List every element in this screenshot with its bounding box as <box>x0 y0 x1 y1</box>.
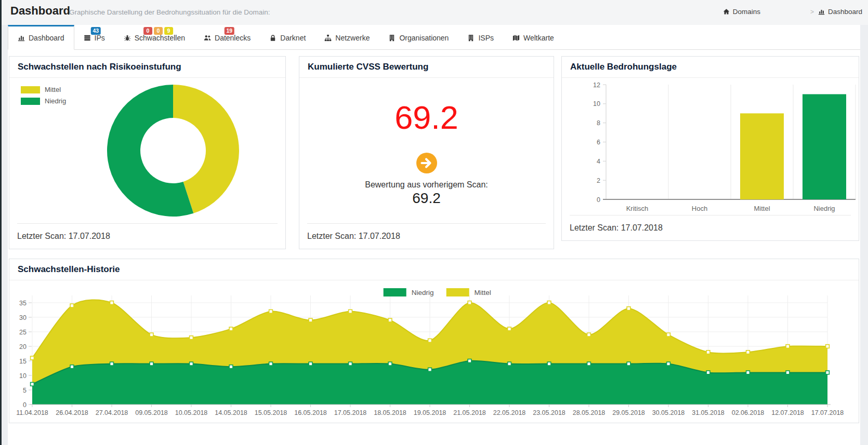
svg-text:4: 4 <box>597 158 600 165</box>
tab-label: IPs <box>95 34 105 42</box>
svg-text:15.05.2018: 15.05.2018 <box>255 409 287 416</box>
count-badge: 0 <box>154 27 163 35</box>
count-badge: 19 <box>224 27 234 35</box>
tab-darknet[interactable]: Darknet <box>260 25 315 49</box>
bar-chart-icon <box>818 8 825 15</box>
svg-text:6: 6 <box>597 139 600 146</box>
breadcrumb-label: Dashboard <box>828 8 862 16</box>
tab-label: Organisationen <box>399 34 449 42</box>
tab-isps[interactable]: ISPs <box>458 25 503 49</box>
svg-text:02.06.2018: 02.06.2018 <box>732 409 765 416</box>
svg-text:26.04.2018: 26.04.2018 <box>56 409 88 416</box>
legend-item-niedrig[interactable]: Niedrig <box>21 97 66 105</box>
svg-text:Mittel: Mittel <box>754 205 770 212</box>
tab-schwachstellen[interactable]: 009Schwachstellen <box>114 25 194 49</box>
breadcrumb-separator: > <box>810 8 814 16</box>
count-badge: 0 <box>143 27 152 35</box>
breadcrumb-item-dashboard[interactable]: Dashboard <box>818 8 862 16</box>
legend-item-niedrig[interactable]: Niedrig <box>384 288 434 296</box>
svg-text:22.05.2018: 22.05.2018 <box>493 409 526 416</box>
tab-netzwerke[interactable]: Netzwerke <box>315 25 379 49</box>
legend-swatch <box>384 288 406 296</box>
cvss-prev-label: Bewertung aus vorherigem Scan: <box>365 180 488 190</box>
card-cvss-score: Kumulierte CVSS Bewertung 69.2 Bewertung… <box>299 56 554 249</box>
legend-label: Niedrig <box>412 289 434 296</box>
svg-text:17.07.2018: 17.07.2018 <box>811 409 844 416</box>
legend-label: Mittel <box>474 289 491 296</box>
page-title: Dashboard <box>10 4 70 18</box>
tab-weltkarte[interactable]: Weltkarte <box>503 25 563 49</box>
tab-ips[interactable]: 43IPs <box>74 25 114 49</box>
svg-text:30.05.2018: 30.05.2018 <box>652 409 685 416</box>
svg-text:28.05.2018: 28.05.2018 <box>573 409 606 416</box>
card-risk-donut: Schwachstellen nach Risikoeinstufung Mit… <box>9 56 286 249</box>
last-scan-text: Letzter Scan: 17.07.2018 <box>17 223 278 249</box>
svg-text:29.05.2018: 29.05.2018 <box>612 409 645 416</box>
legend-item-mittel[interactable]: Mittel <box>21 86 66 93</box>
page-subtitle: Graphische Darstellung der Bedrohungssit… <box>69 8 270 16</box>
lock-icon <box>269 34 277 42</box>
last-scan-text: Letzter Scan: 17.07.2018 <box>307 223 546 249</box>
svg-text:12.07.2018: 12.07.2018 <box>771 409 804 416</box>
building-icon <box>388 34 396 42</box>
svg-text:2: 2 <box>597 177 600 184</box>
svg-text:09.05.2018: 09.05.2018 <box>135 409 168 416</box>
svg-text:Kritisch: Kritisch <box>626 205 649 212</box>
last-scan-text: Letzter Scan: 17.07.2018 <box>570 215 851 240</box>
svg-text:10.05.2018: 10.05.2018 <box>175 409 208 416</box>
svg-text:25: 25 <box>19 329 27 336</box>
svg-text:12: 12 <box>593 82 600 89</box>
bar-chart-icon <box>18 34 25 42</box>
sitemap-icon <box>324 34 332 42</box>
legend-label: Mittel <box>45 86 61 93</box>
legend-item-mittel[interactable]: Mittel <box>446 288 491 296</box>
svg-text:18.05.2018: 18.05.2018 <box>374 409 406 416</box>
svg-text:27.04.2018: 27.04.2018 <box>96 409 128 416</box>
arrow-right-circle-icon <box>416 153 437 173</box>
sidebar-edge <box>0 0 2 445</box>
svg-text:5: 5 <box>23 387 27 394</box>
svg-text:23.05.2018: 23.05.2018 <box>533 409 565 416</box>
card-title: Schwachstellen nach Risikoeinstufung <box>9 57 285 78</box>
tab-datenlecks[interactable]: 19Datenlecks <box>194 25 260 49</box>
card-threat-bars: Aktuelle Bedrohungslage 024681012Kritisc… <box>561 56 859 241</box>
tab-dashboard[interactable]: Dashboard <box>8 25 74 50</box>
tab-badges: 19 <box>224 27 234 35</box>
svg-text:20: 20 <box>19 343 27 350</box>
svg-text:31.05.2018: 31.05.2018 <box>692 409 725 416</box>
tab-label: Schwachstellen <box>135 34 185 42</box>
svg-text:11.04.2018: 11.04.2018 <box>16 409 48 416</box>
svg-text:8: 8 <box>597 119 600 127</box>
legend-label: Niedrig <box>45 97 66 105</box>
building-icon <box>467 34 475 42</box>
svg-text:Hoch: Hoch <box>692 205 707 212</box>
users-icon <box>204 34 211 42</box>
risk-chart-legend: MittelNiedrig <box>21 86 66 109</box>
card-history-area: Schwachstellen-Historie 0510152025303511… <box>9 259 859 423</box>
tab-label: Dashboard <box>29 34 64 42</box>
svg-text:Niedrig: Niedrig <box>813 205 835 212</box>
tab-label: Darknet <box>280 34 306 42</box>
card-title: Kumulierte CVSS Bewertung <box>299 57 554 78</box>
threat-bar-chart: 024681012KritischHochMittelNiedrig <box>562 57 859 215</box>
cvss-body: 69.2 Bewertung aus vorherigem Scan: 69.2 <box>299 77 554 223</box>
cvss-score: 69.2 <box>394 101 458 134</box>
tab-badges: 009 <box>143 27 173 35</box>
legend-swatch <box>446 288 469 296</box>
legend-swatch <box>21 98 40 105</box>
svg-text:0: 0 <box>23 401 27 409</box>
svg-text:30: 30 <box>19 314 27 321</box>
count-badge: 9 <box>164 27 173 35</box>
bug-icon <box>124 34 131 42</box>
breadcrumb-label: Domains <box>733 8 760 16</box>
map-icon <box>512 34 520 42</box>
svg-text:21.05.2018: 21.05.2018 <box>453 409 486 416</box>
dashboard-screen: Dashboard Graphische Darstellung der Bed… <box>0 0 868 445</box>
home-icon <box>723 8 730 15</box>
tab-label: Netzwerke <box>335 34 370 42</box>
svg-text:0: 0 <box>597 196 600 204</box>
breadcrumb-item-domains[interactable]: Domains <box>723 8 760 16</box>
svg-text:17.05.2018: 17.05.2018 <box>334 409 367 416</box>
tab-organisationen[interactable]: Organisationen <box>379 25 458 49</box>
tab-bar: Dashboard43IPs009Schwachstellen19Datenle… <box>8 25 860 50</box>
